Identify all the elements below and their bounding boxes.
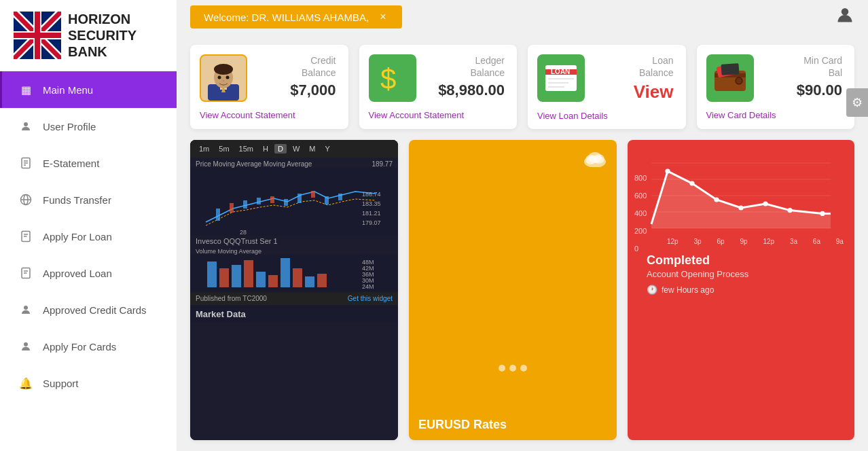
svg-rect-69 [281,258,290,287]
sidebar-item-e-statement[interactable]: E-Statement [0,145,177,181]
svg-point-90 [738,206,743,211]
y-label-400: 400 [634,209,647,217]
sidebar-item-label: Approved Credit Cards [43,304,147,316]
stock-name-label: Invesco QQQTrust Ser 1 [190,236,398,247]
svg-point-34 [226,76,230,79]
min-card-balance-card: Min Card Bal $90.00 View Card Details [697,45,855,129]
statement-icon [18,156,33,170]
svg-point-87 [665,169,670,174]
credit-balance-amount: $7,000 [255,82,336,99]
card-wallet-icon-box [706,54,754,102]
user-menu-button[interactable] [835,5,854,29]
svg-rect-53 [284,199,288,206]
settings-gear-button[interactable]: ⚙ [846,88,868,117]
sidebar-item-main-menu[interactable]: ▦ Main Menu [0,71,177,108]
tb-1m[interactable]: 1m [196,144,213,154]
view-account-statement-link-1[interactable]: View Account Statement [200,110,336,120]
svg-rect-56 [325,196,329,204]
completed-title: Completed [647,253,835,268]
svg-rect-54 [297,194,302,203]
svg-point-81 [588,152,602,163]
tb-5m[interactable]: 5m [215,144,232,154]
globe-icon [18,192,33,207]
svg-point-93 [820,211,825,216]
loan-balance-label: Loan Balance [593,54,674,79]
view-card-details-link[interactable]: View Card Details [706,110,843,120]
logo-container: HORIZON SECURITY BANK [0,0,177,71]
tb-y[interactable]: Y [321,144,333,154]
completed-subtitle: Account Opening Process [647,269,835,279]
sidebar-item-approved-loan[interactable]: Approved Loan [0,255,177,291]
svg-rect-67 [256,272,266,287]
tb-15m[interactable]: 15m [236,144,257,154]
completed-section: Completed Account Opening Process 🕐 few … [637,245,845,300]
chart-toolbar: 1m 5m 15m H D W M Y [190,140,398,158]
view-loan-details-link[interactable]: View Loan Details [537,111,674,121]
market-data-title: Market Data [190,305,398,322]
brand-name: HORIZON SECURITY BANK [68,11,137,60]
user-icon [18,119,33,134]
tb-w[interactable]: W [289,144,303,154]
doc-icon [18,229,33,244]
x-label-3a: 3a [790,238,797,245]
svg-point-32 [214,64,233,75]
published-label: Published from TC2000 [196,295,267,302]
dollar-icon-box: $ [369,54,416,102]
welcome-banner: Welcome: DR. WILLIAMS AHAMBA, × [190,5,402,29]
loan-balance-card: LOAN Loan Balance View View Loan Details [528,45,686,129]
view-account-statement-link-2[interactable]: View Account Statement [369,110,505,120]
get-widget-link[interactable]: Get this widget [348,295,393,302]
sidebar-item-funds-transfer[interactable]: Funds Transfer [0,181,177,218]
x-label-9p: 9p [740,238,747,245]
svg-rect-55 [311,191,315,198]
loading-dots [499,365,527,372]
x-label-9a: 9a [836,238,844,245]
y-label-0: 0 [634,245,647,253]
sidebar-item-apply-for-cards[interactable]: Apply For Cards [0,328,177,365]
y-label-800: 800 [634,174,647,182]
welcome-close-button[interactable]: × [377,11,388,23]
topbar: Welcome: DR. WILLIAMS AHAMBA, × [177,0,868,34]
approved-loan-icon [18,266,33,281]
x-label-3p: 3p [694,238,702,245]
svg-rect-72 [317,274,327,287]
svg-point-26 [842,8,849,15]
ledger-balance-label: Ledger Balance [424,54,505,79]
min-card-balance-label: Min Card Bal [762,54,843,79]
sidebar-item-support[interactable]: 🔔 Support [0,365,177,401]
credit-balance-card: Credit Balance $7,000 View Account State… [190,45,348,129]
tb-d[interactable]: D [274,144,287,154]
x-label-6p: 6p [717,238,724,245]
svg-text:$: $ [380,63,396,95]
sidebar-item-label: E-Statement [43,158,99,169]
x-label-12p2: 12p [763,238,774,245]
sidebar-item-user-profile[interactable]: User Profile [0,108,177,145]
credit-card-icon [18,302,33,317]
market-data-widget: 1m 5m 15m H D W M Y Price Moving Average… [190,140,398,440]
tb-m[interactable]: M [306,144,319,154]
volume-label: Volume Moving Average [190,247,398,255]
svg-text:181.21: 181.21 [362,210,381,217]
svg-point-24 [24,306,28,310]
svg-text:24M: 24M [362,283,374,290]
svg-text:LOAN: LOAN [551,68,570,75]
welcome-text: Welcome: DR. WILLIAMS AHAMBA, [204,12,369,23]
price-high-label: 189.77 [372,160,393,168]
svg-point-33 [218,76,221,79]
svg-point-35 [223,80,225,82]
eurusd-widget: EURUSD Rates [409,140,617,440]
candlestick-chart: 186.74 183.35 181.21 179.07 28 [190,168,398,236]
svg-rect-48 [216,209,220,221]
tb-h[interactable]: H [259,144,272,154]
ledger-balance-card: $ Ledger Balance $8,980.00 View Account … [359,45,518,129]
sidebar-item-label: User Profile [43,121,96,132]
dot-1 [499,365,505,372]
sidebar-item-apply-for-loan[interactable]: Apply For Loan [0,218,177,255]
svg-point-47 [736,77,742,84]
sidebar-item-approved-credit-cards[interactable]: Approved Credit Cards [0,291,177,328]
market-title-text: Market Data [196,309,246,319]
line-chart-svg [637,155,845,236]
bell-icon: 🔔 [18,376,33,391]
svg-point-10 [24,122,28,126]
svg-text:183.35: 183.35 [362,200,381,207]
